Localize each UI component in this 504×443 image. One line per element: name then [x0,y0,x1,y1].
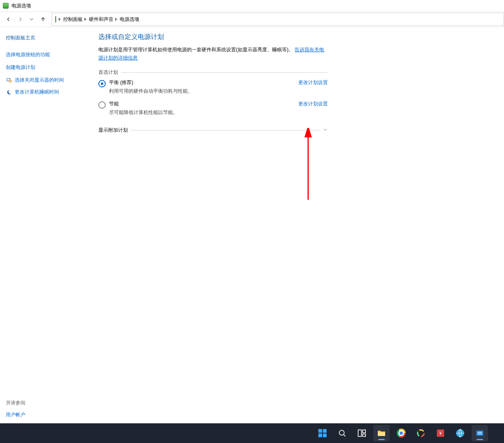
svg-point-16 [400,432,403,435]
nav-back-button[interactable] [4,15,13,24]
address-bar[interactable]: 控制面板 硬件和声音 电源选项 [52,13,504,26]
sidebar-display-off-time[interactable]: 选择关闭显示器的时间 [15,77,64,84]
see-also-section: 另请参阅 用户帐户 [6,400,86,418]
plan-desc: 利用可用的硬件自动平衡功耗与性能。 [109,88,193,95]
nav-bar: 控制面板 硬件和声音 电源选项 [0,11,504,27]
plan-desc: 尽可能降低计算机性能以节能。 [109,109,178,116]
taskbar-task-view-button[interactable] [354,425,370,441]
preferred-plans-label: 首选计划 [98,69,328,76]
nav-up-button[interactable] [39,15,48,24]
svg-text:¥: ¥ [439,431,442,436]
taskbar-globe-app-button[interactable] [452,425,468,441]
sidebar-create-plan[interactable]: 创建电源计划 [6,64,86,71]
svg-rect-25 [477,432,482,435]
power-plan-balanced: 平衡 (推荐) 利用可用的硬件自动平衡功耗与性能。 更改计划设置 [98,79,328,95]
svg-rect-6 [323,434,327,437]
nav-recent-button[interactable] [27,15,36,24]
chevron-right-icon [115,17,117,22]
nav-forward-button[interactable] [16,15,25,24]
sidebar-control-panel-home[interactable]: 控制面板主页 [6,34,86,41]
svg-rect-11 [378,432,385,436]
taskbar-search-button[interactable] [334,425,350,441]
taskbar-start-button[interactable] [314,425,331,441]
svg-rect-9 [363,430,366,433]
divider [121,72,328,73]
svg-rect-10 [363,434,366,436]
svg-rect-3 [318,429,322,433]
see-also-user-accounts[interactable]: 用户帐户 [6,411,86,418]
breadcrumb-control-panel[interactable]: 控制面板 [63,16,83,23]
chevron-right-icon [59,17,61,22]
plan-name: 平衡 (推荐) [109,79,193,86]
monitor-clock-icon [6,77,12,84]
sidebar: 控制面板主页 选择电源按钮的功能 创建电源计划 选择关闭显示器的时间 更改计算机… [0,27,92,423]
taskbar-explorer-button[interactable] [373,425,390,441]
divider [131,130,320,130]
taskbar-xls-app-button[interactable]: ¥ [432,425,449,441]
chevron-down-icon [323,127,328,133]
svg-point-7 [339,430,344,435]
sidebar-sleep-time[interactable]: 更改计算机睡眠时间 [15,89,59,96]
page-heading: 选择或自定义电源计划 [98,33,328,41]
svg-rect-5 [318,434,322,437]
description-text: 电源计划是用于管理计算机如何使用电源的一套硬件和系统设置(如显示器亮度、睡眠等)… [98,47,293,53]
plan-radio-balanced[interactable] [98,80,106,87]
preferred-plans-text: 首选计划 [98,69,118,76]
breadcrumb-power-options[interactable]: 电源选项 [120,16,139,23]
taskbar-screenshot-app-button[interactable] [472,425,488,441]
window-title: 电源选项 [11,2,31,9]
svg-rect-4 [323,429,327,433]
show-additional-plans-expander[interactable]: 显示附加计划 [98,127,328,134]
sidebar-choose-button-action[interactable]: 选择电源按钮的功能 [6,51,86,58]
page-description: 电源计划是用于管理计算机如何使用电源的一套硬件和系统设置(如显示器亮度、睡眠等)… [98,46,328,62]
taskbar-chrome-button[interactable] [393,425,409,441]
address-icon [55,16,56,22]
power-plan-saver: 节能 尽可能降低计算机性能以节能。 更改计划设置 [98,100,328,116]
main-content: 选择或自定义电源计划 电源计划是用于管理计算机如何使用电源的一套硬件和系统设置(… [92,27,334,423]
taskbar-browser2-button[interactable] [413,425,429,441]
chevron-right-icon [84,17,86,22]
moon-icon [6,89,12,96]
power-options-icon [2,2,9,9]
window-titlebar: 电源选项 [0,0,504,11]
change-plan-settings-link[interactable]: 更改计划设置 [298,79,328,86]
change-plan-settings-link[interactable]: 更改计划设置 [298,100,328,107]
additional-plans-label: 显示附加计划 [98,127,128,134]
breadcrumb-hardware-sound[interactable]: 硬件和声音 [89,16,114,23]
plan-name: 节能 [109,100,178,107]
taskbar: ¥ [0,423,504,443]
plan-radio-saver[interactable] [98,101,106,109]
see-also-heading: 另请参阅 [6,400,86,406]
svg-rect-8 [358,430,361,436]
